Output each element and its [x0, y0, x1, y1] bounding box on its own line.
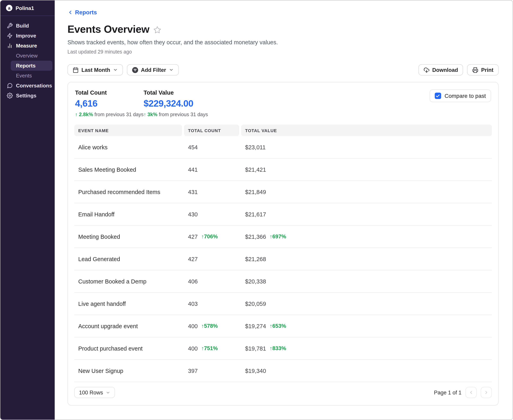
- up-arrow-icon: ↑: [201, 323, 204, 329]
- print-button[interactable]: Print: [467, 64, 499, 75]
- total-count-text: 430: [188, 211, 198, 218]
- total-count-cell: 427: [184, 256, 239, 262]
- table-row[interactable]: Sales Meeting Booked 441 $21,421: [74, 158, 492, 181]
- event-name-cell: Sales Meeting Booked: [74, 166, 182, 173]
- value-delta: ↑833%: [270, 345, 286, 351]
- table-row[interactable]: Purchased recommended Items 431 $21,849: [74, 181, 492, 203]
- checkbox-checked-icon[interactable]: [435, 93, 441, 99]
- sidebar-item-conversations[interactable]: Conversations: [3, 81, 52, 91]
- metric-label: Total Count: [75, 90, 143, 96]
- next-page-button[interactable]: [481, 387, 492, 398]
- event-name-cell: Product purchased event: [74, 345, 182, 352]
- sidebar-item-events[interactable]: Events: [11, 71, 52, 81]
- total-value-text: $19,340: [245, 368, 266, 374]
- total-value-metric: Total Value $229,324.00 ↑ 3k% from previ…: [143, 90, 208, 117]
- total-value-text: $21,849: [245, 189, 266, 195]
- count-delta: ↑751%: [201, 345, 218, 351]
- event-name-cell: Email Handoff: [74, 211, 182, 218]
- total-value-cell: $20,338: [241, 278, 492, 285]
- metric-value: 4,616: [75, 98, 143, 109]
- table-footer: 100 Rows Page 1 of 1: [74, 382, 492, 402]
- up-arrow-icon: ↑: [270, 323, 273, 329]
- event-name-cell: Lead Generated: [74, 256, 182, 262]
- table-row[interactable]: Meeting Booked 427 ↑706% $21,366 ↑697%: [74, 225, 492, 248]
- table-row[interactable]: New User Signup 397 $19,340: [74, 360, 492, 382]
- calendar-icon: [73, 67, 79, 73]
- chevron-left-icon: [67, 10, 73, 15]
- table-row[interactable]: Lead Generated 427 $21,268: [74, 248, 492, 270]
- sidebar-item-label: Build: [16, 23, 29, 29]
- total-count-cell: 454: [184, 144, 239, 150]
- sidebar-item-improve[interactable]: Improve: [3, 31, 52, 41]
- value-delta: ↑653%: [270, 323, 286, 329]
- download-button[interactable]: Download: [418, 64, 463, 75]
- total-value-text: $19,274: [245, 323, 266, 329]
- sidebar-item-label: Measure: [16, 43, 37, 49]
- total-value-cell: $19,781 ↑833%: [241, 345, 492, 352]
- chat-bubble-icon: [7, 83, 13, 89]
- rows-per-page-select[interactable]: 100 Rows: [74, 387, 115, 398]
- chevron-left-icon: [469, 390, 474, 395]
- up-arrow-icon: ↑: [143, 112, 146, 117]
- sidebar-item-measure[interactable]: Measure: [3, 41, 52, 51]
- workspace-switcher[interactable]: a Polina1: [0, 0, 55, 15]
- sidebar-item-label: Conversations: [16, 83, 52, 89]
- total-value-text: $21,366: [245, 233, 266, 240]
- page-title: Events Overview: [67, 23, 149, 36]
- chevron-down-icon: [113, 68, 118, 72]
- up-arrow-icon: ↑: [270, 233, 273, 240]
- sidebar-item-settings[interactable]: Settings: [3, 91, 52, 101]
- total-count-text: 431: [188, 189, 198, 195]
- event-name-cell: Live agent handoff: [74, 300, 182, 307]
- event-name-cell: Alice works: [74, 144, 182, 150]
- total-count-text: 441: [188, 166, 198, 173]
- total-count-text: 400: [188, 323, 198, 329]
- total-value-text: $20,059: [245, 300, 266, 307]
- table-row[interactable]: Email Handoff 430 $21,617: [74, 203, 492, 225]
- printer-icon: [472, 67, 478, 73]
- sidebar-item-label: Reports: [16, 63, 36, 69]
- total-count-cell: 441: [184, 166, 239, 173]
- date-range-button[interactable]: Last Month: [67, 64, 123, 75]
- table-row[interactable]: Customer Booked a Demp 406 $20,338: [74, 270, 492, 293]
- add-filter-button[interactable]: Add Filter: [127, 64, 179, 75]
- metric-label: Total Value: [143, 90, 208, 96]
- filter-icon: [132, 67, 138, 73]
- total-value-cell: $20,059: [241, 300, 492, 307]
- previous-page-button[interactable]: [466, 387, 477, 398]
- chevron-down-icon: [106, 390, 110, 395]
- value-delta-text: 653%: [272, 323, 286, 329]
- column-header-total-count: TOTAL COUNT: [184, 125, 239, 136]
- compare-to-past-toggle[interactable]: Compare to past: [429, 90, 491, 102]
- sidebar-item-build[interactable]: Build: [3, 21, 52, 31]
- workspace-logo-icon: a: [6, 5, 12, 11]
- table-row[interactable]: Alice works 454 $23,011: [74, 136, 492, 158]
- compare-label: Compare to past: [445, 93, 486, 99]
- total-count-text: 400: [188, 345, 198, 352]
- column-header-event-name: EVENT NAME: [74, 125, 182, 136]
- table-row[interactable]: Product purchased event 400 ↑751% $19,78…: [74, 337, 492, 360]
- main-panel: Reports Events Overview Shows tracked ev…: [55, 0, 513, 420]
- total-count-metric: Total Count 4,616 ↑ 2.8k% from previous …: [75, 90, 143, 117]
- page-indicator: Page 1 of 1: [434, 390, 461, 396]
- metric-value: $229,324.00: [143, 98, 208, 109]
- sidebar-nav: Build Improve Measure Overview Reports E…: [0, 16, 55, 105]
- table-header: EVENT NAME TOTAL COUNT TOTAL VALUE: [74, 125, 492, 136]
- favorite-star-icon[interactable]: [153, 26, 161, 34]
- sidebar-item-label: Settings: [16, 93, 37, 99]
- table-row[interactable]: Account upgrade event 400 ↑578% $19,274 …: [74, 315, 492, 337]
- total-count-text: 397: [188, 368, 198, 374]
- app-root: a Polina1 Build Improve Measure Overview…: [0, 0, 513, 420]
- value-delta-text: 697%: [272, 233, 286, 240]
- table-row[interactable]: Live agent handoff 403 $20,059: [74, 293, 492, 315]
- table-body: Alice works 454 $23,011 Sales Meeting Bo…: [74, 136, 492, 382]
- total-value-cell: $21,617: [241, 211, 492, 218]
- sidebar-item-reports[interactable]: Reports: [11, 61, 52, 71]
- event-name-cell: Customer Booked a Demp: [74, 278, 182, 285]
- event-name-cell: Purchased recommended Items: [74, 189, 182, 195]
- sidebar-item-overview[interactable]: Overview: [11, 51, 52, 61]
- count-delta: ↑578%: [201, 323, 218, 329]
- total-value-cell: $19,274 ↑653%: [241, 323, 492, 329]
- sidebar-item-label: Overview: [16, 53, 37, 59]
- back-link-reports[interactable]: Reports: [67, 9, 97, 15]
